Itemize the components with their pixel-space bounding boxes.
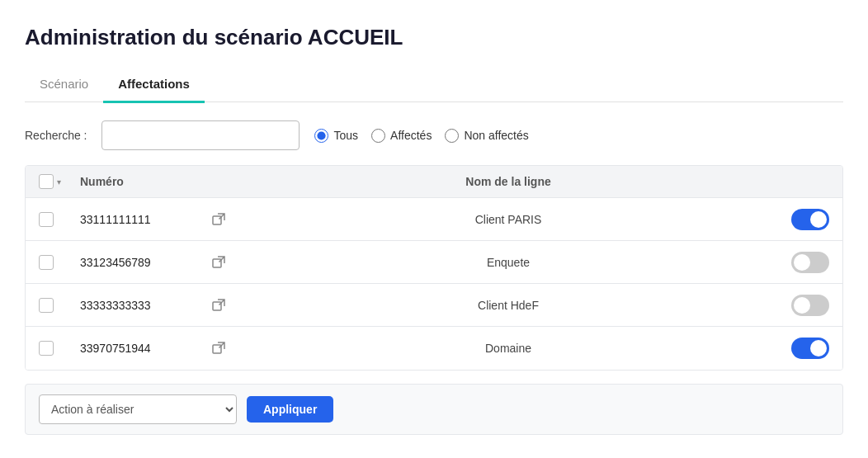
radio-tous-label: Tous (333, 129, 358, 142)
page-title: Administration du scénario ACCUEIL (25, 25, 843, 50)
apply-button[interactable]: Appliquer (247, 396, 333, 423)
col-header-nom: Nom de la ligne (245, 175, 771, 188)
row-4-toggle-cell: ✓ (771, 338, 829, 359)
row-2-checkbox[interactable] (39, 255, 54, 270)
row-2-toggle[interactable] (791, 252, 829, 273)
radio-affectes-label: Affectés (390, 129, 432, 142)
row-2-nom: Enquete (245, 256, 771, 269)
tab-scenario[interactable]: Scénario (25, 70, 103, 103)
radio-group: Tous Affectés Non affectés (314, 129, 528, 143)
search-label: Recherche : (25, 129, 87, 142)
row-1-nom: Client PARIS (245, 213, 771, 226)
row-2-toggle-cell (771, 252, 829, 273)
row-4-checkbox[interactable] (39, 341, 54, 356)
header-checkbox-chevron[interactable]: ▾ (57, 177, 61, 187)
row-2-ext-link[interactable] (212, 256, 245, 269)
table-row: 33333333333 Client HdeF (26, 284, 842, 327)
row-4-ext-link[interactable] (212, 342, 245, 355)
radio-tous[interactable]: Tous (314, 129, 358, 143)
row-3-numero: 33333333333 (80, 299, 212, 312)
table-container: ▾ Numéro Nom de la ligne 33111111111 Cli… (25, 165, 843, 371)
row-2-numero: 33123456789 (80, 256, 212, 269)
radio-affectes-input[interactable] (371, 129, 385, 143)
table-row: 33123456789 Enquete (26, 241, 842, 284)
table-header: ▾ Numéro Nom de la ligne (26, 166, 842, 198)
row-3-ext-link[interactable] (212, 299, 245, 312)
row-3-checkbox[interactable] (39, 298, 54, 313)
radio-non-affectes[interactable]: Non affectés (445, 129, 528, 143)
tab-affectations[interactable]: Affectations (103, 70, 205, 103)
row-3-checkbox-cell (39, 298, 80, 313)
action-select[interactable]: Action à réaliser (39, 394, 237, 424)
row-1-checkbox[interactable] (39, 212, 54, 227)
row-1-checkbox-cell (39, 212, 80, 227)
page-container: Administration du scénario ACCUEIL Scéna… (0, 0, 868, 458)
row-4-toggle[interactable]: ✓ (791, 338, 829, 359)
radio-non-affectes-input[interactable] (445, 129, 459, 143)
row-1-toggle-cell: ✓ (771, 209, 829, 230)
table-row: 33111111111 Client PARIS ✓ (26, 198, 842, 241)
row-3-toggle[interactable] (791, 295, 829, 316)
row-1-ext-link[interactable] (212, 213, 245, 226)
tabs-container: Scénario Affectations (25, 70, 843, 102)
row-1-numero: 33111111111 (80, 213, 212, 226)
search-row: Recherche : Tous Affectés Non affectés (25, 120, 843, 150)
table-row: 33970751944 Domaine ✓ (26, 327, 842, 370)
footer-bar: Action à réaliser Appliquer (25, 384, 843, 435)
search-input[interactable] (101, 120, 300, 150)
header-checkbox[interactable] (39, 174, 54, 189)
col-header-numero: Numéro (80, 175, 245, 188)
row-3-toggle-cell (771, 295, 829, 316)
radio-non-affectes-label: Non affectés (464, 129, 528, 142)
row-4-nom: Domaine (245, 342, 771, 355)
row-4-checkbox-cell (39, 341, 80, 356)
header-checkbox-cell: ▾ (39, 174, 80, 189)
row-1-toggle[interactable]: ✓ (791, 209, 829, 230)
row-3-nom: Client HdeF (245, 299, 771, 312)
radio-affectes[interactable]: Affectés (371, 129, 432, 143)
row-2-checkbox-cell (39, 255, 80, 270)
radio-tous-input[interactable] (314, 129, 328, 143)
row-4-numero: 33970751944 (80, 342, 212, 355)
